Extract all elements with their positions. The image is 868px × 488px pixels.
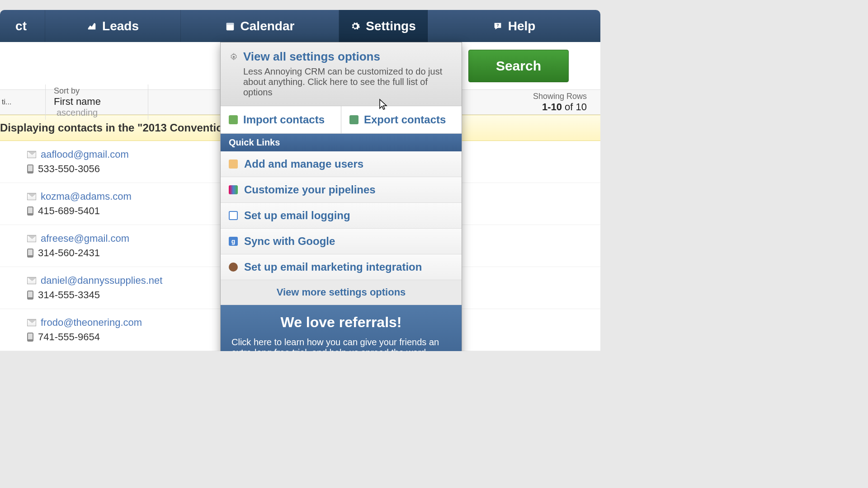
svg-text:?: ? — [496, 23, 499, 27]
nav-settings-label: Settings — [366, 19, 415, 33]
contact-phone: 741-555-9654 — [38, 331, 100, 343]
rows-total: 10 — [576, 101, 587, 113]
main-nav: ct Leads Calendar Settings ? Help — [0, 10, 600, 42]
export-icon — [349, 115, 359, 124]
referrals-box[interactable]: We love referrals! Click here to learn h… — [221, 305, 462, 351]
content-area: Search ti... Sort by First name ascendin… — [0, 42, 600, 351]
contact-phone: 314-560-2431 — [38, 247, 100, 259]
pipelines-icon — [229, 185, 238, 194]
export-contacts[interactable]: Export contacts — [341, 106, 462, 134]
toolbar-truncated: ti... — [0, 98, 23, 106]
import-label: Import contacts — [243, 113, 325, 126]
nav-settings[interactable]: Settings — [339, 10, 428, 42]
nav-help[interactable]: ? Help — [428, 10, 600, 42]
gear-small-icon — [230, 53, 238, 61]
calendar-icon — [225, 21, 235, 31]
nav-leads[interactable]: Leads — [45, 10, 181, 42]
view-all-settings[interactable]: View all settings options Less Annoying … — [221, 42, 462, 106]
contact-email[interactable]: daniel@dannyssupplies.net — [41, 275, 162, 286]
referrals-title: We love referrals! — [231, 314, 451, 331]
phone-icon — [27, 206, 33, 216]
export-label: Export contacts — [364, 113, 446, 126]
view-all-desc: Less Annoying CRM can be customized to d… — [243, 66, 453, 98]
rows-range: 1-10 — [542, 101, 562, 113]
help-icon: ? — [493, 21, 503, 31]
quicklink-email-label: Set up email logging — [244, 209, 350, 222]
mail-icon — [229, 211, 238, 220]
phone-icon — [27, 249, 33, 258]
phone-icon — [27, 291, 33, 300]
nav-calendar-label: Calendar — [241, 19, 295, 33]
svg-point-3 — [233, 56, 235, 58]
nav-calendar[interactable]: Calendar — [181, 10, 339, 42]
referrals-desc: Click here to learn how you can give you… — [231, 337, 451, 351]
import-export-row: Import contacts Export contacts — [221, 106, 462, 134]
contact-email[interactable]: afreese@gmail.com — [41, 233, 129, 244]
sort-field: First name — [54, 96, 101, 107]
mail-icon — [27, 277, 36, 284]
contact-email[interactable]: kozma@adams.com — [41, 191, 132, 202]
quicklink-email-logging[interactable]: Set up email logging — [221, 203, 462, 229]
quicklink-google-label: Sync with Google — [244, 235, 335, 248]
leads-icon — [87, 21, 97, 31]
settings-dropdown: View all settings options Less Annoying … — [220, 42, 462, 351]
sort-control[interactable]: Sort by First name ascending — [45, 84, 148, 120]
mail-icon — [27, 193, 36, 200]
gear-icon — [350, 21, 360, 31]
mail-icon — [27, 319, 36, 326]
view-more-settings[interactable]: View more settings options — [221, 280, 462, 305]
contact-phone: 415-689-5401 — [38, 205, 100, 217]
quicklink-google-sync[interactable]: g Sync with Google — [221, 229, 462, 254]
quicklink-users[interactable]: Add and manage users — [221, 151, 462, 177]
nav-help-label: Help — [508, 19, 536, 33]
marketing-icon — [229, 263, 238, 272]
quicklink-pipelines[interactable]: Customize your pipelines — [221, 177, 462, 203]
sort-direction: ascending — [57, 108, 98, 117]
view-more-label: View more settings options — [277, 286, 406, 298]
rows-of: of — [562, 101, 576, 113]
search-button[interactable]: Search — [468, 50, 569, 82]
quicklink-marketing-label: Set up email marketing integration — [244, 261, 422, 273]
contact-phone: 533-550-3056 — [38, 163, 100, 175]
contact-email[interactable]: frodo@theonering.com — [41, 317, 142, 328]
sort-label: Sort by — [54, 86, 140, 96]
rows-info: Showing Rows 1-10 of 10 — [533, 92, 600, 113]
quicklink-users-label: Add and manage users — [244, 158, 363, 170]
users-icon — [229, 160, 238, 169]
view-all-title: View all settings options — [243, 50, 380, 64]
quick-links-header: Quick Links — [221, 134, 462, 151]
nav-contacts[interactable]: ct — [0, 10, 45, 42]
mail-icon — [27, 235, 36, 242]
google-icon: g — [229, 237, 238, 246]
mail-icon — [27, 151, 36, 158]
import-contacts[interactable]: Import contacts — [221, 106, 341, 134]
nav-leads-label: Leads — [102, 19, 139, 33]
contact-email[interactable]: aaflood@gmail.com — [41, 149, 129, 160]
import-icon — [229, 115, 238, 124]
phone-icon — [27, 164, 33, 174]
quicklink-email-marketing[interactable]: Set up email marketing integration — [221, 254, 462, 280]
svg-rect-1 — [226, 23, 234, 25]
quicklink-pipelines-label: Customize your pipelines — [244, 183, 376, 196]
contact-phone: 314-555-3345 — [38, 289, 100, 301]
nav-contacts-label: ct — [15, 19, 27, 33]
rows-label: Showing Rows — [533, 92, 587, 101]
phone-icon — [27, 333, 33, 342]
